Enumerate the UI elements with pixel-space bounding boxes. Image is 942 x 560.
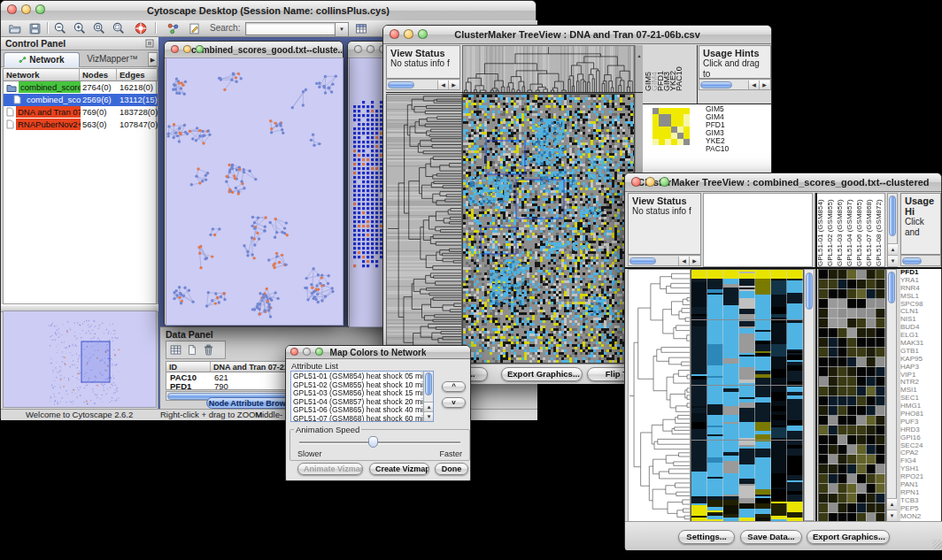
tv2-heatmap[interactable] xyxy=(691,269,804,523)
tv2-column-tree-area[interactable] xyxy=(703,193,813,267)
tab-scroll-right-button[interactable]: ▶ xyxy=(148,52,158,66)
zoom-in-button[interactable] xyxy=(71,20,89,36)
network1-canvas[interactable] xyxy=(166,58,344,326)
column-header-edges[interactable]: Edges xyxy=(117,69,158,81)
treeview1-titlebar[interactable]: ClusterMaker TreeView : DNA and Tran 07-… xyxy=(383,26,771,44)
tv2-zoom-heatmap[interactable] xyxy=(818,269,886,523)
column-header-nodes[interactable]: Nodes xyxy=(80,69,117,81)
help-button[interactable] xyxy=(132,20,150,36)
column-label[interactable]: PFD1 xyxy=(658,71,664,91)
scrollbar-thumb[interactable] xyxy=(388,81,414,88)
trash-icon[interactable] xyxy=(202,343,215,357)
minimize-icon[interactable] xyxy=(367,45,374,53)
tv1-heatmap[interactable] xyxy=(462,94,635,364)
tv2-row-dendrogram[interactable] xyxy=(628,269,691,523)
tv1-row-dendrogram[interactable] xyxy=(386,94,462,364)
scrollbar-thumb[interactable] xyxy=(425,372,432,395)
zoom-out-button[interactable] xyxy=(51,20,69,36)
network-row-combined-sco-selected[interactable]: combined_sco 2569(6) 13112(15) xyxy=(4,94,158,106)
maximize-icon[interactable] xyxy=(196,45,204,53)
scrollbar-thumb[interactable] xyxy=(629,257,656,265)
new-attribute-icon[interactable] xyxy=(186,343,198,357)
main-titlebar[interactable]: Cytoscape Desktop (Session Name: collins… xyxy=(1,1,536,21)
save-data-button[interactable]: Save Data... xyxy=(740,530,802,544)
column-label[interactable]: PAC10 xyxy=(676,66,683,91)
tab-network[interactable]: Network xyxy=(4,52,80,67)
scrollbar-thumb[interactable] xyxy=(902,257,922,265)
zoom-fit-button[interactable] xyxy=(110,20,127,36)
scrollbar-thumb[interactable] xyxy=(700,81,732,88)
maximize-icon[interactable] xyxy=(418,29,428,39)
done-button[interactable]: Done xyxy=(435,463,468,475)
column-header-id[interactable]: ID xyxy=(166,362,211,372)
attribute-list-item[interactable]: GPL51-07 (GSM868) heat shock 60 min xyxy=(293,415,422,422)
tv2-zoom-scrollbar[interactable]: ▲ ▼ xyxy=(886,269,897,521)
tv1-usage-scrollbar[interactable]: ◀▶ xyxy=(699,79,771,90)
scroll-right-icon[interactable]: ▶ xyxy=(759,81,769,89)
tv1-mini-heatmap[interactable] xyxy=(652,108,690,145)
tab-vizmapper[interactable]: VizMapper™ xyxy=(79,52,146,66)
column-label[interactable]: GPL51-04 (GSM857) xyxy=(845,194,854,266)
scroll-down-icon[interactable]: ▼ xyxy=(888,255,898,266)
scroll-up-icon[interactable]: ▲ xyxy=(887,498,897,510)
open-file-button[interactable] xyxy=(6,20,24,36)
scroll-down-icon[interactable]: ▼ xyxy=(424,411,434,421)
birdseye-view[interactable] xyxy=(3,311,157,408)
minimize-icon[interactable] xyxy=(303,348,311,356)
search-dropdown-button[interactable]: ▼ xyxy=(335,22,349,37)
scroll-up-icon[interactable]: ▲ xyxy=(637,53,642,58)
column-label[interactable]: YKE2 xyxy=(670,71,676,91)
animate-vizmap-button[interactable]: Animate Vizmap xyxy=(297,463,363,475)
save-session-button[interactable] xyxy=(26,20,43,36)
network-row-rnapuber[interactable]: RNAPuberNov2+ 563(0) 107847(0) xyxy=(4,119,158,131)
column-label[interactable]: GPL51-07 (GSM868) xyxy=(864,194,874,266)
scroll-right-icon[interactable]: ▶ xyxy=(689,257,699,265)
zoom-selected-button[interactable] xyxy=(90,20,108,36)
scroll-up-icon[interactable]: ▲ xyxy=(424,402,434,411)
column-label[interactable]: GIM4 xyxy=(652,72,658,91)
network-editor-button[interactable] xyxy=(164,20,181,36)
select-attributes-icon[interactable] xyxy=(169,343,182,357)
scrollbar-thumb[interactable] xyxy=(806,272,813,310)
table-row[interactable]: PFD1 xyxy=(170,381,191,391)
scroll-down-icon[interactable]: ▼ xyxy=(887,510,897,521)
scroll-up-icon[interactable]: ▲ xyxy=(888,243,898,255)
maximize-icon[interactable] xyxy=(315,348,323,356)
treeview2-titlebar[interactable]: ClusterMaker TreeView : combined_scores_… xyxy=(625,173,941,192)
scroll-right-icon[interactable]: ▶ xyxy=(448,81,459,89)
row-label[interactable]: PAC10 xyxy=(706,145,729,153)
float-panel-icon[interactable] xyxy=(145,39,154,48)
tv1-status-scrollbar[interactable]: ◀▶ xyxy=(386,79,460,90)
maximize-icon[interactable] xyxy=(35,4,45,14)
cell-value[interactable]: 790 xyxy=(214,381,228,391)
column-label[interactable]: GPL51-06 (GSM865) xyxy=(854,194,864,266)
scroll-left-icon[interactable]: ◀ xyxy=(748,81,759,89)
search-input[interactable] xyxy=(245,22,336,35)
close-icon[interactable] xyxy=(390,29,399,39)
create-vizmap-button[interactable]: Create Vizmap xyxy=(369,463,429,475)
column-header-network[interactable]: Network xyxy=(4,69,80,81)
network1-titlebar[interactable]: combined_scores_good.txt--cluste... xyxy=(165,42,343,58)
close-icon[interactable] xyxy=(171,45,179,53)
column-label[interactable]: GIM5 xyxy=(645,72,652,91)
tv2-usage-scrollbar[interactable] xyxy=(900,255,941,266)
minimize-icon[interactable] xyxy=(21,4,31,14)
network-row-combined-scores[interactable]: combined_scores 2764(0) 16218(0) xyxy=(4,81,158,94)
tv1-column-dendrogram[interactable] xyxy=(462,45,635,94)
dialog-titlebar[interactable]: Map Colors to Network xyxy=(286,346,470,359)
export-graphics-button[interactable]: Export Graphics... xyxy=(807,530,890,544)
settings-button[interactable]: Settings... xyxy=(678,530,735,544)
close-icon[interactable] xyxy=(7,4,17,14)
minimize-icon[interactable] xyxy=(404,29,413,39)
maximize-icon[interactable] xyxy=(660,177,669,187)
close-icon[interactable] xyxy=(290,348,298,356)
column-label[interactable]: GIM3 xyxy=(664,72,670,91)
scrollbar-thumb[interactable] xyxy=(889,196,896,236)
speed-slider-track[interactable] xyxy=(299,441,460,444)
speed-slider-thumb[interactable] xyxy=(368,436,378,448)
column-label[interactable]: GPL51-08 (GSM872) xyxy=(874,194,884,266)
export-graphics-button[interactable]: Export Graphics... xyxy=(501,367,583,381)
scroll-left-icon[interactable]: ◀ xyxy=(678,257,689,265)
close-icon[interactable] xyxy=(631,177,641,187)
gene-label[interactable]: MON2 xyxy=(900,513,934,521)
